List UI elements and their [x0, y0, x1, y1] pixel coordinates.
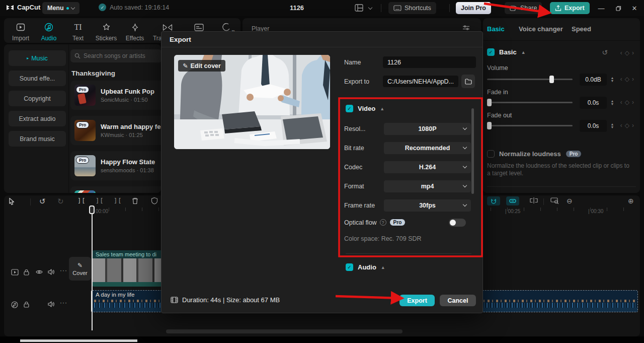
preview-zoom-icon[interactable] [550, 197, 559, 204]
export-button-top[interactable]: Export [550, 2, 590, 14]
export-to-input[interactable]: C:/Users/NEHA/AppD... [383, 76, 458, 87]
mute-icon[interactable] [48, 301, 54, 307]
basic-checkbox[interactable]: ✓ [487, 48, 495, 56]
fade-out-keyframe-nav[interactable]: ‹◇› [620, 122, 634, 129]
link-icon[interactable] [506, 196, 519, 205]
split-right-icon[interactable]: ][ [114, 197, 122, 204]
chevron-down-icon [463, 164, 467, 168]
undo-icon[interactable]: ↺ [39, 197, 46, 206]
fade-out-stepper[interactable]: ▲▼ [609, 120, 616, 132]
video-checkbox[interactable]: ✓ [346, 105, 353, 112]
eye-icon[interactable] [36, 269, 43, 275]
fade-in-keyframe-nav[interactable]: ‹◇› [620, 99, 634, 106]
music-active-arrow-icon: ▸ [27, 56, 29, 60]
codec-dropdown[interactable]: H.264 [384, 161, 471, 173]
optical-flow-toggle[interactable] [449, 219, 466, 227]
tab-speed[interactable]: Speed [572, 25, 591, 33]
fade-out-value[interactable]: 0.0s [580, 120, 607, 132]
music-item[interactable]: Pro Happy Flow State senshomoods · 01:38 [70, 151, 161, 180]
lock-icon[interactable] [24, 269, 29, 276]
delete-icon[interactable] [132, 197, 138, 204]
music-subtitle: KWmusic · 01:25 [101, 132, 161, 138]
chevron-down-icon [463, 126, 467, 130]
music-thumbnail: Pro [74, 155, 96, 176]
more-icon[interactable]: ··· [60, 267, 67, 274]
tab-text[interactable]: TI Text [64, 21, 92, 42]
music-item[interactable]: Pro Warm and happy festi KWmusic · 01:25 [70, 116, 161, 145]
name-input[interactable]: 1126 [383, 56, 476, 68]
share-button[interactable]: Share [505, 2, 542, 14]
split-icon[interactable]: ][ [96, 197, 104, 204]
volume-keyframe-nav[interactable]: ‹◇› [620, 76, 634, 83]
ai-shield-icon[interactable] [151, 197, 158, 204]
music-title: Warm and happy festi [101, 123, 161, 130]
format-dropdown[interactable]: mp4 [384, 180, 471, 192]
shortcuts-button[interactable]: Shortcuts [388, 2, 436, 14]
playhead-line[interactable] [92, 205, 93, 330]
browse-folder-button[interactable] [461, 75, 475, 88]
collapse-icon[interactable]: ▲ [380, 106, 384, 111]
fade-in-value[interactable]: 0.0s [580, 97, 607, 109]
mute-icon[interactable] [48, 269, 54, 275]
more-icon[interactable]: ··· [60, 299, 67, 306]
toolbar-divider2 [543, 198, 544, 205]
volume-stepper[interactable]: ▲▼ [609, 74, 616, 86]
magnetic-snap-icon[interactable] [487, 196, 500, 205]
window-maximize-button[interactable] [610, 0, 627, 16]
split-left-icon[interactable]: ][ [77, 197, 86, 204]
volume-slider[interactable] [487, 79, 573, 80]
bitrate-dropdown[interactable]: Recommended [384, 142, 471, 154]
video-label: Video [358, 105, 375, 112]
audio-checkbox[interactable]: ✓ [346, 263, 353, 271]
playhead-handle[interactable] [89, 205, 95, 214]
help-icon[interactable]: ? [380, 219, 386, 226]
sidebar-item-sound-effects[interactable]: Sound effe... [9, 71, 66, 86]
export-confirm-button[interactable]: Export [399, 295, 435, 306]
sidebar-item-copyright[interactable]: Copyright [9, 91, 66, 106]
fade-in-slider-handle[interactable] [487, 99, 492, 106]
search-box[interactable] [70, 49, 161, 62]
sidebar-item-brand-music[interactable]: Brand music [9, 131, 66, 147]
tab-basic[interactable]: Basic [487, 25, 505, 33]
select-tool-icon[interactable] [8, 197, 16, 205]
tab-import[interactable]: Import [7, 21, 34, 42]
horizontal-scrollbar[interactable] [166, 329, 403, 333]
collapse-icon[interactable]: ▲ [521, 50, 526, 55]
search-input[interactable] [84, 52, 154, 59]
music-title: Upbeat Funk Pop [101, 88, 154, 95]
music-item[interactable]: Pro Upbeat Funk Pop SonicMusic · 01:50 [70, 81, 161, 110]
normalize-checkbox[interactable] [487, 150, 495, 158]
fade-out-slider-handle[interactable] [487, 122, 492, 129]
fade-in-stepper[interactable]: ▲▼ [609, 97, 616, 109]
sidebar-item-music[interactable]: ▸ Music [9, 50, 66, 66]
fade-out-slider[interactable] [487, 125, 573, 126]
window-minimize-button[interactable]: — [593, 0, 610, 16]
tab-voice-changer[interactable]: Voice changer [519, 25, 563, 33]
lock-icon[interactable] [24, 301, 29, 308]
music-item[interactable]: A day in my life AstroSound · 00:44 [70, 186, 161, 193]
volume-value[interactable]: 0.0dB [580, 74, 607, 86]
volume-slider-handle[interactable] [549, 76, 554, 83]
edit-cover-button[interactable]: ✎ Edit cover [178, 60, 225, 72]
dialog-scrollbar[interactable] [471, 108, 474, 194]
zoom-in-icon[interactable]: ⊕ [628, 197, 634, 205]
window-close-button[interactable]: ✕ [626, 0, 643, 16]
framerate-dropdown[interactable]: 30fps [384, 199, 471, 212]
cover-button[interactable]: ✎ Cover [69, 257, 91, 281]
tab-stickers[interactable]: Stickers [93, 21, 120, 42]
fade-in-slider[interactable] [487, 102, 573, 103]
redo-icon[interactable]: ↻ [57, 197, 64, 206]
player-settings-icon[interactable] [462, 25, 470, 30]
zoom-out-icon[interactable]: ⊖ [567, 197, 573, 205]
resolution-dropdown[interactable]: 1080P [384, 123, 471, 135]
tab-effects[interactable]: Effects [121, 21, 148, 42]
cancel-button[interactable]: Cancel [440, 295, 476, 306]
reset-icon[interactable]: ↺ [602, 48, 608, 56]
tab-audio[interactable]: Audio [35, 21, 62, 42]
mirror-split-icon[interactable] [529, 197, 538, 203]
join-pro-button[interactable]: Join Pro [456, 2, 491, 14]
collapse-icon[interactable]: ▲ [381, 265, 385, 270]
sidebar-item-extract-audio[interactable]: Extract audio [9, 111, 66, 126]
layout-switch-icon[interactable] [355, 4, 363, 12]
keyframe-nav[interactable]: ‹◇› [620, 49, 634, 56]
